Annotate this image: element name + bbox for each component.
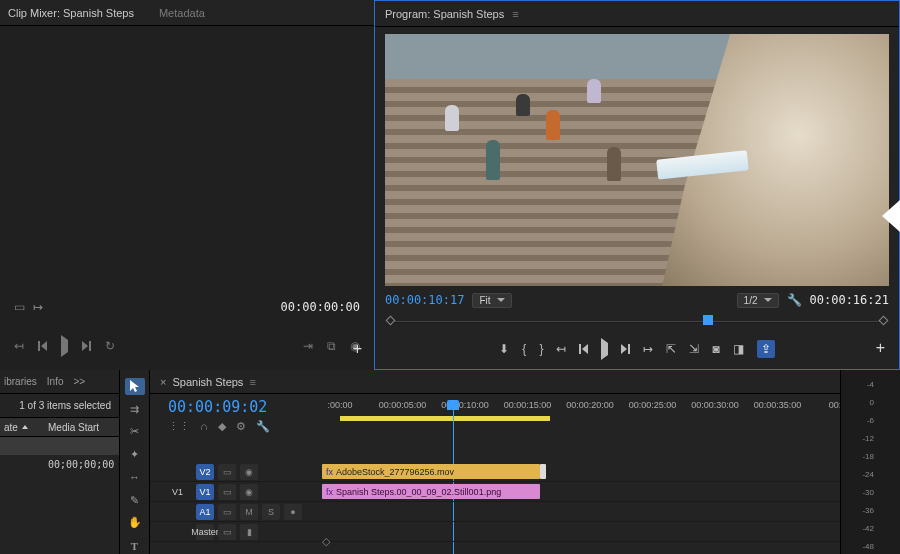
meter-level-label: -18: [841, 452, 900, 470]
ruler-tick: 00:00:25:00: [629, 400, 677, 410]
linked-selection-icon[interactable]: ∩: [200, 420, 208, 433]
track-lane[interactable]: [322, 502, 840, 521]
edge-arrow-icon[interactable]: [882, 200, 900, 232]
panel-menu-icon[interactable]: ≡: [249, 376, 255, 388]
scrub-start-handle[interactable]: [386, 316, 396, 326]
table-row[interactable]: [0, 437, 119, 455]
M-icon[interactable]: M: [240, 504, 258, 520]
program-timecode-total: 00:00:16:21: [810, 293, 889, 307]
tab-metadata[interactable]: Metadata: [159, 7, 205, 19]
eye-icon[interactable]: ◉: [240, 464, 258, 480]
out-bracket-icon[interactable]: }: [539, 342, 543, 356]
col-media-start[interactable]: Media Start: [44, 422, 119, 433]
clip[interactable]: fxSpanish Steps.00_00_09_02.Still001.png: [322, 484, 540, 499]
project-panel: ibraries Info >> 1 of 3 items selected a…: [0, 370, 120, 554]
snap-icon[interactable]: ⋮⋮: [168, 420, 190, 433]
program-timecode-current[interactable]: 00:00:10:17: [385, 293, 464, 307]
work-area-bar[interactable]: [340, 416, 550, 421]
source-panel: Clip Mixer: Spanish Steps Metadata ▭ ↦ 0…: [0, 0, 374, 370]
zoom-fit-dropdown[interactable]: Fit: [472, 293, 511, 308]
export-icon[interactable]: ↦: [33, 300, 43, 314]
step-back-icon[interactable]: [38, 341, 47, 351]
marker-icon[interactable]: ◆: [218, 420, 226, 433]
step-back-icon[interactable]: [579, 344, 588, 354]
settings-icon[interactable]: ⚙: [236, 420, 246, 433]
scrub-end-handle[interactable]: [879, 316, 889, 326]
meter-level-label: -42: [841, 524, 900, 542]
tools-column: ⇉ ✂ ✦ ↔ ✎ ✋ T: [120, 370, 150, 554]
selection-tool[interactable]: [125, 378, 145, 395]
track-Master: Master▭▮: [150, 522, 840, 542]
type-tool[interactable]: T: [125, 537, 145, 554]
track-select-tool[interactable]: ⇉: [125, 401, 145, 418]
time-ruler[interactable]: :00:0000:00:05:0000:00:10:0000:00:15:000…: [340, 400, 840, 428]
step-fwd-icon[interactable]: [621, 344, 630, 354]
export-frame-icon[interactable]: ◙: [712, 342, 719, 356]
goto-prev-edit-icon[interactable]: ↤: [556, 342, 566, 356]
track-lane[interactable]: fxAdobeStock_277796256.mov: [322, 462, 840, 481]
add-button-icon[interactable]: +: [353, 340, 362, 358]
clip[interactable]: fxAdobeStock_277796256.mov: [322, 464, 540, 479]
slip-tool[interactable]: ↔: [125, 469, 145, 486]
toggle-icon[interactable]: ▭: [218, 504, 236, 520]
lift-icon[interactable]: ⇱: [666, 342, 676, 356]
ruler-tick: 00:00:30:00: [691, 400, 739, 410]
in-bracket-icon[interactable]: {: [522, 342, 526, 356]
track-lane[interactable]: fxSpanish Steps.00_00_09_02.Still001.png: [322, 482, 840, 501]
program-viewer[interactable]: [385, 34, 889, 286]
mic-icon[interactable]: ●: [284, 504, 302, 520]
canvas-icon[interactable]: ▭: [14, 300, 25, 314]
play-icon[interactable]: [601, 343, 608, 355]
chevron-down-icon: [497, 298, 505, 302]
wrench-icon[interactable]: 🔧: [256, 420, 270, 433]
mark-in-icon[interactable]: ⬇: [499, 342, 509, 356]
extract-icon[interactable]: ⇲: [689, 342, 699, 356]
hand-tool[interactable]: ✋: [125, 515, 145, 532]
S-icon[interactable]: S: [262, 504, 280, 520]
chevron-down-icon: [764, 298, 772, 302]
resolution-dropdown[interactable]: 1/2: [737, 293, 779, 308]
goto-next-edit-icon[interactable]: ↦: [643, 342, 653, 356]
overwrite-icon[interactable]: ⧉: [327, 339, 336, 353]
tab-clip-mixer[interactable]: Clip Mixer: Spanish Steps: [8, 7, 134, 19]
tab-info[interactable]: Info: [47, 376, 64, 387]
track-target-V1[interactable]: V1: [196, 484, 214, 500]
add-marker-icon[interactable]: ◇: [322, 535, 330, 548]
play-icon[interactable]: [61, 340, 68, 352]
settings-wrench-icon[interactable]: 🔧: [787, 293, 802, 307]
add-button-icon[interactable]: +: [876, 339, 885, 357]
program-title: Program: Spanish Steps: [385, 8, 504, 20]
meter-icon[interactable]: ▮: [240, 524, 258, 540]
pen-tool[interactable]: ✎: [125, 492, 145, 509]
source-timecode: 00:00:00:00: [281, 300, 360, 314]
comparison-view-icon[interactable]: ◨: [733, 342, 744, 356]
track-lane[interactable]: [322, 522, 840, 541]
tab-overflow-icon[interactable]: >>: [73, 376, 85, 387]
razor-tool[interactable]: ✦: [125, 446, 145, 463]
ripple-edit-tool[interactable]: ✂: [125, 424, 145, 441]
timeline-timecode[interactable]: 00:00:09:02: [168, 398, 267, 416]
scrub-playhead[interactable]: [703, 315, 713, 325]
track-target-A1[interactable]: A1: [196, 504, 214, 520]
col-rate[interactable]: ate: [0, 422, 44, 433]
track-source-patch[interactable]: V1: [172, 487, 192, 497]
sequence-tab[interactable]: Spanish Steps: [172, 376, 243, 388]
program-scrubber[interactable]: [385, 315, 889, 329]
loop-icon[interactable]: ↻: [105, 339, 115, 353]
track-target-V2[interactable]: V2: [196, 464, 214, 480]
eye-icon[interactable]: ◉: [240, 484, 258, 500]
sort-asc-icon: [22, 425, 28, 429]
insert-icon[interactable]: ⇥: [303, 339, 313, 353]
source-transport: ↤ ↻ ⇥ ⧉ ◉: [0, 334, 374, 358]
toggle-icon[interactable]: ▭: [218, 464, 236, 480]
step-fwd-icon[interactable]: [82, 341, 91, 351]
clip-handle[interactable]: [540, 464, 546, 479]
toggle-icon[interactable]: ▭: [218, 524, 236, 540]
track-target-Master[interactable]: Master: [196, 524, 214, 540]
tab-libraries[interactable]: ibraries: [4, 376, 37, 387]
toggle-icon[interactable]: ▭: [218, 484, 236, 500]
panel-menu-icon[interactable]: ≡: [512, 8, 518, 20]
table-row[interactable]: 00;00;00;00: [0, 455, 119, 473]
goto-prev-edit-icon[interactable]: ↤: [14, 339, 24, 353]
share-icon[interactable]: ⇪: [757, 340, 775, 358]
